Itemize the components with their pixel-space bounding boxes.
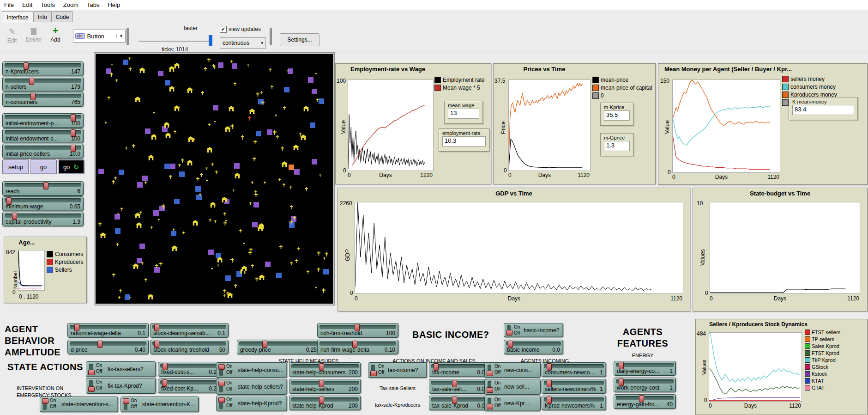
slider-initial-endowment-p[interactable]: initial-endowment-p...100 [2,113,84,128]
slider-state-help-consumers[interactable]: state-help-consumers200 [289,362,361,377]
square-agent-icon [294,169,300,175]
switch-handle[interactable] [487,387,493,393]
edit-button[interactable]: ✎ Edit [4,28,20,44]
switch-handle[interactable] [487,404,493,409]
slider-tax-sale-sellers[interactable]: tax-sale-sell...0.0 [429,379,488,394]
switch-new-sellers[interactable]: OnOff new-sell... [484,379,541,395]
slider-rich-firm-wage-delta[interactable]: rich-firm-wage-delta0.10 [317,340,398,354]
y-min-label: 0 [705,290,708,296]
slider-basic-income[interactable]: basic-income0.0 [504,340,563,354]
slider-consumers-newcomers[interactable]: consumers-newco...1 [542,362,606,377]
switch-handle[interactable] [42,398,48,404]
switch-basic-income[interactable]: OnOff basic-income? [504,323,563,337]
delete-button[interactable]: Delete [23,28,44,43]
slider-greedy-price[interactable]: greedy-price0.25 [237,340,320,354]
settings-button[interactable]: Settings... [280,33,319,46]
update-mode-dropdown[interactable]: continuous ▾ [220,37,266,49]
menu-edit[interactable]: Edit [18,0,36,9]
slider-label: energy-gain-fro... [617,401,659,408]
person-agent-icon [159,262,163,266]
slider-reach[interactable]: reach6 [2,181,84,196]
switch-state-help-kprod[interactable]: OnOff state-help-Kprod? [216,396,287,411]
slider-capital-productivity[interactable]: capital-productivity1.3 [2,212,84,226]
world-view[interactable] [94,53,334,305]
slider-sellers-newcomers[interactable]: sellers-newcomers%1 [542,379,606,394]
y-axis-label: Values [701,360,707,375]
person-agent-icon [283,106,286,110]
tab-info[interactable]: Info [33,11,52,23]
switch-handle[interactable] [506,330,512,336]
add-button[interactable]: + Add [47,27,64,43]
menu-file[interactable]: File [0,0,18,9]
toolbar-separator [270,28,272,45]
switch-state-help-consumers[interactable]: OnOff state-help-consu... [216,362,287,378]
slider-n-consumers[interactable]: n-consumers765 [2,92,84,107]
menu-tools[interactable]: Tools [36,0,59,9]
person-agent-icon [153,111,155,115]
slider-n-kproducers[interactable]: n-Kproducers147 [2,61,84,76]
switch-state-help-sellers[interactable]: OnOff state-help-sellers? [216,379,287,395]
slider-work-energy-cost[interactable]: work-energy-cost1 [614,378,676,392]
switch-label: state-help-consu... [238,367,283,373]
heading-energy: ENERGY [614,353,671,358]
switch-state-intervention-k[interactable]: OnOff state-intervention-K... [121,397,199,412]
slider-energy-gain[interactable]: energy-gain-fro...40 [614,394,676,409]
legend-swatch-icon [47,259,53,265]
slider-kprod-newcomers[interactable]: Kprod-newcomers%1 [542,396,606,410]
slider-state-help-kprod[interactable]: state-help-Kprod200 [289,396,361,410]
person-agent-icon [181,159,184,163]
slider-initial-price-sellers[interactable]: initial-price-sellers10.0 [2,144,84,159]
tab-code[interactable]: Code [52,11,73,23]
y-min-label: 0 [504,167,507,174]
toolbar: ✎ Edit Delete + Add abc Button ▼ faster … [0,22,868,53]
go-button[interactable]: go [30,159,57,174]
switch-handle[interactable] [88,370,95,375]
person-agent-icon [251,181,253,184]
menu-tabs[interactable]: Tabs [83,0,103,9]
switch-handle[interactable] [370,371,377,376]
speed-slider[interactable] [139,41,211,42]
slider-tax-income[interactable]: tax-income0.0 [429,362,488,377]
slider-rich-firm-treshold[interactable]: rich-firm-treshold100 [317,323,398,338]
slider-fixed-cost-kp[interactable]: fixed-cost-Kp...0.2 [158,378,220,393]
setup-button[interactable]: setup [2,159,29,174]
slider-state-help-sellers[interactable]: state-help-sellers200 [289,379,361,394]
slider-stock-clearing-treshold[interactable]: stock-clearing-treshold50 [150,340,229,354]
switch-new-consumers[interactable]: OnOff new-cons... [484,362,541,378]
switch-new-kproducers[interactable]: OnOff new-Kpr... [484,396,541,411]
go-forever-button[interactable]: go ↻ [58,159,84,174]
switch-handle[interactable] [218,364,225,370]
slider-minimum-wage[interactable]: minimum-wage0.65 [2,196,84,211]
slider-tax-sale-kprod[interactable]: tax-sale-Kprod0.0 [429,396,488,410]
slider-rationnal-wage-delta[interactable]: rationnal-wage-delta0.1 [67,323,149,338]
slider-stock-clearing-sensib[interactable]: stock-clearing-sensib...0.1 [150,323,229,338]
slider-d-price[interactable]: d-price0.40 [67,340,149,354]
widget-type-dropdown[interactable]: abc Button ▼ [73,30,126,43]
switch-handle[interactable] [123,398,129,404]
slider-daily-energy-cost[interactable]: daily-energy-co...1 [614,361,676,376]
switch-tax-income[interactable]: OnOff tax-income? [368,362,427,378]
switch-handle[interactable] [487,371,493,376]
slider-fixed-cost-s[interactable]: fixed-cost-s...0.2 [158,362,220,377]
chevron-down-icon: ▼ [116,34,123,38]
menu-zoom[interactable]: Zoom [59,0,83,9]
speed-slider-handle[interactable] [209,35,212,46]
legend-item: KTAT [805,378,840,384]
switch-handle[interactable] [218,381,225,386]
slider-label: stock-clearing-sensib... [153,330,210,336]
menu-help[interactable]: Help [103,0,124,9]
switch-fix-tax-sellers[interactable]: OnOff fix-tax-sellers? [86,361,156,377]
switch-state-intervention-s[interactable]: OnOff state-intervention-s... [40,397,118,412]
slider-initial-endowment-c[interactable]: initial-endowment-c...100 [2,128,84,143]
view-updates-checkbox[interactable]: ✔ [220,26,227,33]
person-agent-icon [119,289,122,293]
tab-interface[interactable]: Interface [2,11,33,23]
switch-handle[interactable] [88,386,95,392]
switch-fix-tax-kprod[interactable]: OnOff fix-tax-Kprod? [86,378,156,394]
slider-n-sellers[interactable]: n-sellers179 [2,77,84,92]
switch-label: state-help-Kprod? [238,400,282,407]
switch-handle[interactable] [218,397,225,403]
person-agent-icon [125,147,127,150]
person-agent-icon [214,121,216,123]
slider-label: initial-endowment-p... [6,120,58,127]
